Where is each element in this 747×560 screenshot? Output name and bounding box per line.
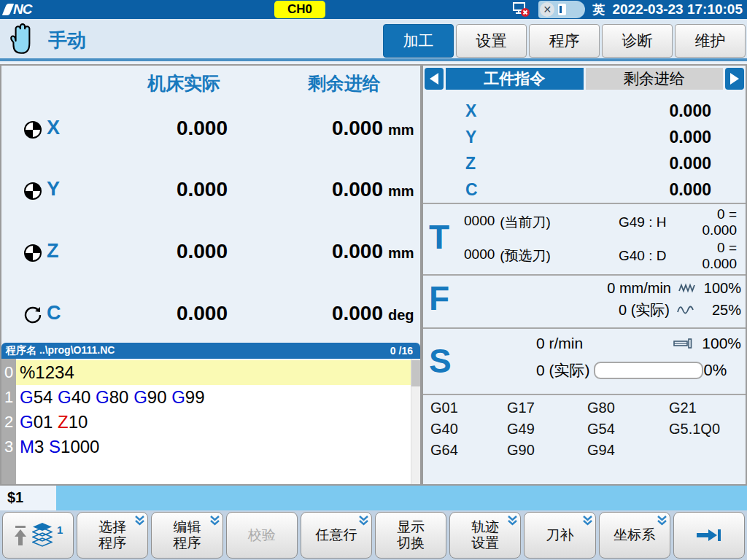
menu-up-icon	[13, 524, 28, 547]
ime-close-icon[interactable]: ✕	[540, 2, 554, 17]
input-method-icon[interactable]: ✕	[538, 1, 585, 18]
hnc-logo: NC	[4, 1, 31, 18]
softkey-label: 编辑	[174, 519, 201, 535]
line-text: %1234	[16, 360, 411, 385]
channel-badge[interactable]: CH0	[274, 1, 325, 18]
softkey-any-line[interactable]: 任意行	[301, 512, 372, 559]
language-indicator[interactable]: 英	[592, 1, 605, 18]
network-error-icon[interactable]	[512, 1, 531, 18]
gcode	[669, 442, 741, 459]
prev-view-button[interactable]	[425, 68, 444, 90]
gcode: G80	[587, 400, 669, 416]
feed-override-percent: 100%	[699, 280, 741, 297]
spindle-value: 0 r/min	[536, 335, 583, 352]
datum-crosshair-icon	[23, 244, 42, 262]
tab-settings[interactable]: 设置	[456, 24, 527, 58]
logo-text: NC	[13, 1, 31, 18]
tab-diagnosis[interactable]: 诊断	[602, 24, 673, 58]
titlebar-right: ✕ 英 2022-03-23 17:10:05	[512, 1, 747, 18]
softkey-edit-program[interactable]: 编辑 程序	[151, 512, 222, 559]
axis-unit: deg	[388, 307, 420, 324]
axis-remain-value: 0.000	[239, 117, 383, 140]
tab-program[interactable]: 程序	[529, 24, 600, 58]
next-view-button[interactable]	[725, 68, 744, 90]
softkey-next-menu[interactable]	[673, 512, 745, 559]
main-tabs: 加工 设置 程序 诊断 维护	[383, 24, 746, 58]
line-text: G54 G40 G80 G90 G99	[16, 385, 411, 410]
status-panel: 工件指令 剩余进给 X 0.000 Y 0.000 Z 0.000 C 0.00…	[422, 64, 747, 486]
datetime: 2022-03-23 17:10:05	[612, 1, 743, 18]
divider	[423, 327, 746, 329]
gcode: G49	[507, 421, 587, 438]
spindle-override-percent: 100%	[699, 335, 741, 352]
channel-label: $1	[7, 486, 23, 509]
message-bar	[56, 486, 747, 510]
axis-actual-value: 0.000	[74, 117, 228, 140]
softkey-label: 刀补	[546, 527, 574, 543]
program-line[interactable]: 2 G01 Z10	[1, 410, 411, 435]
mode-label: 手动	[48, 19, 86, 61]
menu-level-button[interactable]: 1	[2, 512, 74, 559]
tab-remaining-feed[interactable]: 剩余进给	[586, 68, 724, 90]
axis-unit: mm	[388, 122, 420, 139]
chevron-double-down-icon	[209, 515, 220, 526]
program-line[interactable]: 3 M3 S1000	[1, 435, 411, 459]
softkey-select-program[interactable]: 选择 程序	[77, 512, 148, 559]
axis-name: X	[47, 117, 60, 139]
softkey-display-switch[interactable]: 显示 切换	[375, 512, 446, 559]
program-line[interactable]: 0 %1234	[1, 360, 411, 385]
axis-unit: mm	[388, 183, 420, 200]
softkey-label: 显示	[397, 519, 425, 535]
next-menu-icon	[695, 527, 723, 543]
rotary-axis-icon	[23, 306, 42, 324]
chevron-double-down-icon	[657, 515, 667, 526]
line-text: G01 Z10	[16, 410, 411, 435]
gcode: G17	[507, 400, 587, 416]
tool-offset-value: 0 = 0.000	[693, 240, 741, 272]
divider	[423, 203, 746, 204]
gcode: G01	[430, 400, 507, 416]
tool-section-letter: T	[429, 220, 449, 254]
program-scrollbar[interactable]	[411, 359, 420, 484]
axis-value: 0.000	[669, 101, 711, 121]
axis-name: X	[465, 101, 476, 121]
axis-actual-value: 0.000	[74, 302, 228, 325]
spindle-icon	[673, 338, 695, 349]
axis-actual-value: 0.000	[74, 178, 228, 201]
axis-name: C	[47, 302, 61, 324]
program-line[interactable]: 1 G54 G40 G80 G90 G99	[1, 385, 411, 410]
axis-name: Z	[47, 240, 59, 262]
tool-number: 0000	[464, 246, 495, 265]
axis-value: 0.000	[669, 154, 711, 174]
softkey-trajectory-settings[interactable]: 轨迹 设置	[449, 512, 521, 559]
datum-crosshair-icon	[23, 120, 42, 139]
coords-tab-bar: 工件指令 剩余进给	[425, 68, 744, 90]
axis-name: Z	[465, 154, 476, 174]
program-body[interactable]: 0 %1234 1 G54 G40 G80 G90 G99 2 G01 Z10 …	[1, 359, 420, 484]
axis-value: 0.000	[669, 180, 711, 200]
spindle-row-actual: 0 (实际) 0%	[536, 359, 741, 381]
softkey-label: 切换	[397, 535, 425, 551]
softkey-tool-compensation[interactable]: 刀补	[524, 512, 595, 559]
gcode: G5.1Q0	[669, 421, 741, 438]
softkey-label: 设置	[471, 535, 499, 551]
tool-name: (当前刀)	[500, 213, 551, 232]
feed-row-actual: 0 (实际) 25%	[467, 300, 741, 320]
wp-axis-row-c: C 0.000	[423, 176, 746, 203]
axis-name: Y	[465, 128, 476, 147]
softkey-label: 校验	[248, 527, 276, 543]
softkey-coordinate-system[interactable]: 坐标系	[599, 512, 670, 559]
gcode: G21	[669, 400, 741, 416]
program-header: 程序名 ..\prog\O111.NC 0 /16	[1, 343, 420, 359]
axis-unit: mm	[388, 245, 420, 262]
tab-workpiece-command[interactable]: 工件指令	[446, 68, 584, 90]
tab-machining[interactable]: 加工	[383, 24, 454, 58]
softkey-verify[interactable]: 校验	[226, 512, 298, 559]
softkey-label: 程序	[174, 535, 201, 551]
menu-level-number: 1	[57, 522, 63, 538]
program-window: 程序名 ..\prog\O111.NC 0 /16 0 %1234 1 G54 …	[1, 343, 420, 484]
spindle-load-percent: 0%	[704, 361, 727, 380]
tab-maintenance[interactable]: 维护	[675, 24, 746, 58]
line-number: 1	[1, 385, 16, 410]
scrollbar-thumb[interactable]	[411, 360, 420, 386]
